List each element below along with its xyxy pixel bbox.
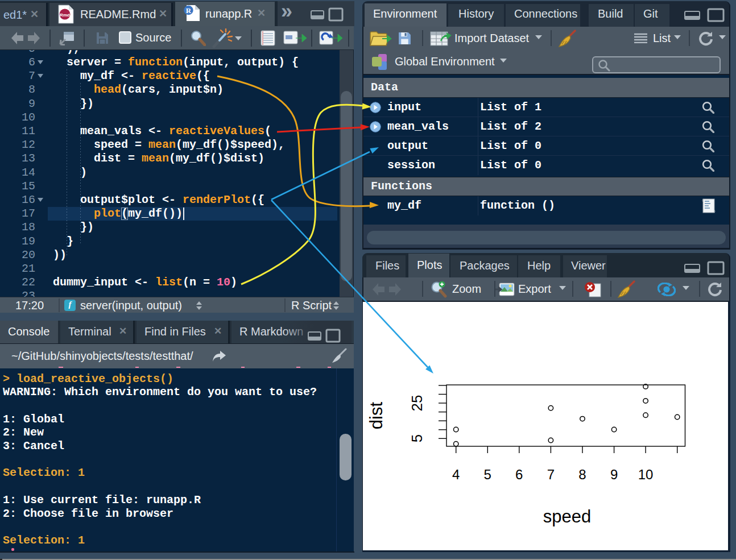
svg-text:R: R [186,6,192,15]
svg-text:Rmd: Rmd [60,13,70,18]
